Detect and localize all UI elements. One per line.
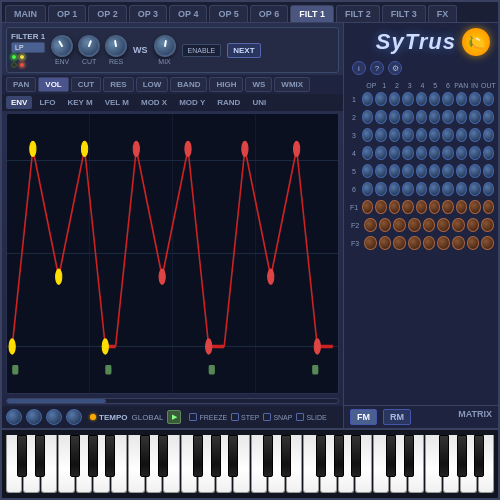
rel-knob[interactable]: [66, 409, 82, 425]
cell-f1-3[interactable]: [402, 200, 413, 214]
tab-op3[interactable]: OP 3: [129, 5, 167, 22]
sub-tab-ws[interactable]: WS: [245, 77, 272, 92]
snap-checkbox[interactable]: [263, 413, 271, 421]
cell-5-6[interactable]: [442, 164, 453, 178]
icon-settings[interactable]: ⚙: [388, 61, 402, 75]
cell-f1-pan[interactable]: [456, 200, 467, 214]
dec-knob[interactable]: [26, 409, 42, 425]
cell-f2-5[interactable]: [437, 218, 450, 232]
cell-f2-2[interactable]: [393, 218, 406, 232]
cell-3-4[interactable]: [416, 128, 427, 142]
cell-6-in[interactable]: [469, 182, 480, 196]
knob-env[interactable]: [47, 31, 77, 61]
sus-knob[interactable]: [46, 409, 62, 425]
knob-mix[interactable]: [152, 33, 177, 58]
black-key-1-1[interactable]: [158, 435, 168, 477]
cell-2-in[interactable]: [469, 110, 480, 124]
cell-5-4[interactable]: [416, 164, 427, 178]
cell-3-2[interactable]: [389, 128, 400, 142]
cell-3-3[interactable]: [402, 128, 413, 142]
icon-question[interactable]: ?: [370, 61, 384, 75]
tab-op6[interactable]: OP 6: [250, 5, 288, 22]
rm-button[interactable]: RM: [383, 409, 411, 425]
cell-4-3[interactable]: [402, 146, 413, 160]
cell-6-2[interactable]: [389, 182, 400, 196]
cell-1-pan[interactable]: [456, 92, 467, 106]
cell-f3-pan[interactable]: [452, 236, 465, 250]
cell-3-6[interactable]: [442, 128, 453, 142]
att-knob[interactable]: [6, 409, 22, 425]
cell-4-1[interactable]: [375, 146, 386, 160]
tab-op4[interactable]: OP 4: [169, 5, 207, 22]
cell-5-in[interactable]: [469, 164, 480, 178]
env-tab-uni[interactable]: UNI: [247, 96, 271, 109]
cell-f1-1[interactable]: [375, 200, 386, 214]
black-key-3-4[interactable]: [474, 435, 484, 477]
env-tab-mody[interactable]: MOD Y: [174, 96, 210, 109]
black-key-0-3[interactable]: [88, 435, 98, 477]
black-key-0-2[interactable]: [70, 435, 80, 477]
cell-f3-1[interactable]: [379, 236, 392, 250]
black-key-3-2[interactable]: [439, 435, 449, 477]
cell-5-5[interactable]: [429, 164, 440, 178]
cell-1-in[interactable]: [469, 92, 480, 106]
cell-6-pan[interactable]: [456, 182, 467, 196]
cell-6-3[interactable]: [402, 182, 413, 196]
cell-2-pan[interactable]: [456, 110, 467, 124]
black-key-2-0[interactable]: [263, 435, 273, 477]
cell-6-op[interactable]: [362, 182, 373, 196]
cell-4-5[interactable]: [429, 146, 440, 160]
cell-f2-pan[interactable]: [452, 218, 465, 232]
cell-f2-4[interactable]: [423, 218, 436, 232]
tab-op2[interactable]: OP 2: [88, 5, 126, 22]
cell-f3-3[interactable]: [408, 236, 421, 250]
env-tab-rand[interactable]: RAND: [212, 96, 245, 109]
icon-info[interactable]: i: [352, 61, 366, 75]
cell-5-2[interactable]: [389, 164, 400, 178]
cell-3-out[interactable]: [483, 128, 494, 142]
tab-filt2[interactable]: FILT 2: [336, 5, 380, 22]
cell-1-2[interactable]: [389, 92, 400, 106]
cell-f1-in[interactable]: [469, 200, 480, 214]
black-key-0-0[interactable]: [17, 435, 27, 477]
tab-filt1[interactable]: FILT 1: [290, 5, 334, 22]
cell-6-4[interactable]: [416, 182, 427, 196]
cell-f2-3[interactable]: [408, 218, 421, 232]
cell-1-5[interactable]: [429, 92, 440, 106]
cell-1-out[interactable]: [483, 92, 494, 106]
slide-checkbox[interactable]: [296, 413, 304, 421]
cell-5-1[interactable]: [375, 164, 386, 178]
env-tab-modx[interactable]: MOD X: [136, 96, 172, 109]
cell-4-op[interactable]: [362, 146, 373, 160]
cell-5-pan[interactable]: [456, 164, 467, 178]
cell-1-1[interactable]: [375, 92, 386, 106]
cell-f1-out[interactable]: [483, 200, 494, 214]
cell-f3-5[interactable]: [437, 236, 450, 250]
cell-1-6[interactable]: [442, 92, 453, 106]
tab-filt3[interactable]: FILT 3: [382, 5, 426, 22]
tab-fx[interactable]: FX: [428, 5, 458, 22]
black-key-0-4[interactable]: [105, 435, 115, 477]
sub-tab-cut[interactable]: CUT: [71, 77, 101, 92]
cell-f2-1[interactable]: [379, 218, 392, 232]
play-button[interactable]: ▶: [167, 410, 181, 424]
cell-4-4[interactable]: [416, 146, 427, 160]
cell-f3-out[interactable]: [481, 236, 494, 250]
black-key-2-2[interactable]: [316, 435, 326, 477]
cell-f2-in[interactable]: [467, 218, 480, 232]
cell-f1-2[interactable]: [389, 200, 400, 214]
sub-tab-vol[interactable]: VOL: [38, 77, 68, 92]
envelope-scrollbar[interactable]: [6, 398, 339, 404]
cell-2-1[interactable]: [375, 110, 386, 124]
cell-5-3[interactable]: [402, 164, 413, 178]
cell-4-in[interactable]: [469, 146, 480, 160]
preset-lp[interactable]: LP: [11, 42, 45, 53]
black-key-2-3[interactable]: [334, 435, 344, 477]
knob-res[interactable]: [103, 33, 128, 58]
cell-2-4[interactable]: [416, 110, 427, 124]
sub-tab-pan[interactable]: PAN: [6, 77, 36, 92]
black-key-3-1[interactable]: [404, 435, 414, 477]
cell-6-5[interactable]: [429, 182, 440, 196]
cell-f2-out[interactable]: [481, 218, 494, 232]
cell-f3-4[interactable]: [423, 236, 436, 250]
